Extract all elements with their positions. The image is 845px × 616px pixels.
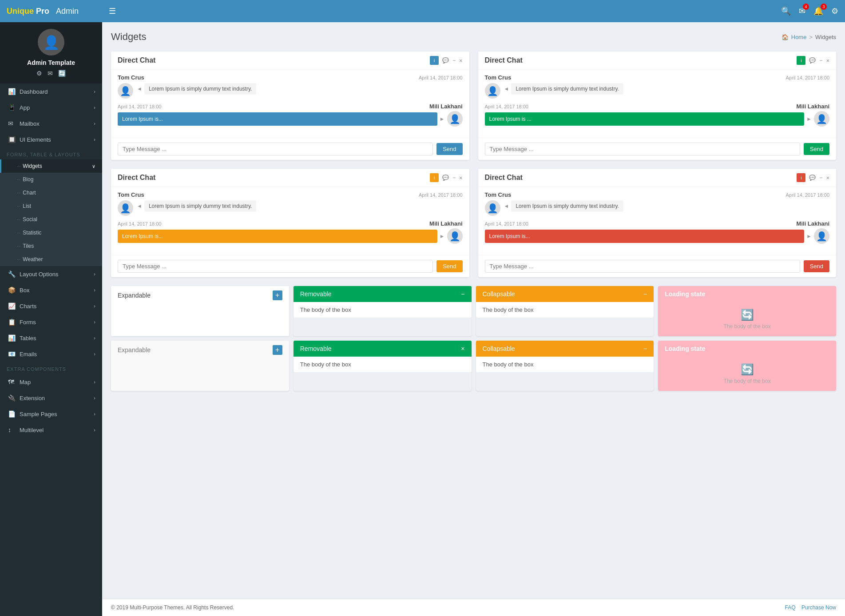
box-arrow: › [94,287,95,293]
footer-purchase-link[interactable]: Purchase Now [801,604,836,611]
chat-icon-green[interactable]: 💬 [809,57,816,64]
sidebar-item-tiles[interactable]: ··· Tiles [0,239,102,253]
chat-bubble-wrap-blue: ◄ Lorem Ipsum is simply dummy text indus… [137,83,256,95]
sidebar-item-blog[interactable]: ··· Blog [0,173,102,186]
chat-title-green: Direct Chat [485,56,523,64]
minimize-btn-green[interactable]: − [819,57,822,64]
sidebar-item-dashboard[interactable]: 📊 Dashboard › [0,83,102,99]
dots-icon: ··· [17,217,20,222]
chat-input-blue[interactable] [118,143,433,155]
chat-icon-yellow[interactable]: 💬 [442,175,449,181]
close-btn-yellow[interactable]: × [459,175,463,181]
removable-header-1: Removable − [294,286,472,302]
sidebar-label-blog: Blog [23,176,95,183]
dots-icon: ··· [17,191,20,195]
sidebar-item-app[interactable]: 📱 App › [0,99,102,115]
chat-outgoing-row-blue: April 14, 2017 18:00 Mili Lakhani [118,103,463,110]
collapsable-label-2: Collapsable [483,345,515,352]
remove-btn-2[interactable]: × [461,345,464,352]
minimize-btn-blue[interactable]: − [452,57,456,64]
sidebar-label-tiles: Tiles [23,243,95,249]
sidebar-item-forms[interactable]: 📋 Forms › [0,314,102,330]
collapse-btn-1[interactable]: − [643,290,647,298]
send-btn-blue[interactable]: Send [436,143,462,155]
multilevel-icon: ↕ [8,426,15,433]
removable-body-1: The body of the box [294,302,472,318]
sidebar-item-box[interactable]: 📦 Box › [0,282,102,298]
footer-copyright: © 2019 Multi-Purpose Themes. All Rights … [111,604,234,611]
chat-input-row-blue: Send [111,138,469,160]
expand-button-2[interactable]: + [273,345,282,355]
send-btn-red[interactable]: Send [804,260,829,272]
expandable-header-2: Expandable + [111,341,289,359]
sidebar-item-weather[interactable]: ··· Weather [0,253,102,266]
chat-controls-yellow: i 💬 − × [430,173,463,182]
sidebar-item-widgets[interactable]: ··· Widgets ∨ [0,159,102,173]
chat-bubble-out-yellow: Lorem Ipsum is... [118,230,437,243]
bell-icon[interactable]: 🔔3 [813,6,823,16]
chat-input-red[interactable] [485,260,800,273]
chat-icon-blue[interactable]: 💬 [442,57,449,64]
search-icon[interactable]: 🔍 [781,6,791,16]
loading-box-2: Loading state 🔄 The body of the box [658,341,836,391]
minimize-btn-yellow[interactable]: − [452,175,456,181]
chat-arrow-green: ◄ [504,86,509,92]
close-btn-green[interactable]: × [826,57,829,64]
sidebar-item-map[interactable]: 🗺 Map › [0,374,102,390]
chat-user-red: Tom Crus [485,191,512,198]
multilevel-arrow: › [94,427,95,433]
minimize-btn-red[interactable]: − [819,175,822,181]
page-header: Widgets 🏠 Home > Widgets [111,31,836,43]
sidebar-item-sample-pages[interactable]: 📄 Sample Pages › [0,406,102,422]
chat-arrow-yellow: ◄ [137,203,142,209]
sidebar-item-chart[interactable]: ··· Chart [0,186,102,199]
sidebar-item-tables[interactable]: 📊 Tables › [0,330,102,346]
chat-input-green[interactable] [485,143,800,155]
sidebar-item-layout-options[interactable]: 🔧 Layout Options › [0,266,102,282]
send-btn-green[interactable]: Send [804,143,829,155]
bell-badge: 3 [821,4,827,10]
sidebar-label-app: App [20,104,94,111]
gear-icon[interactable]: ⚙ [831,6,838,16]
sidebar-item-social[interactable]: ··· Social [0,213,102,226]
user-mail-icon[interactable]: ✉ [48,70,53,77]
close-btn-red[interactable]: × [826,175,829,181]
loading-body-1: 🔄 The body of the box [658,302,836,336]
boxes-row-2: Expandable + Removable × The body of the… [111,341,836,391]
user-refresh-icon[interactable]: 🔄 [58,70,66,77]
breadcrumb-home[interactable]: Home [791,34,807,40]
user-settings-icon[interactable]: ⚙ [36,70,42,77]
mail-icon[interactable]: ✉4 [799,6,805,16]
sidebar-item-mailbox[interactable]: ✉ Mailbox › [0,115,102,131]
sidebar-item-statistic[interactable]: ··· Statistic [0,226,102,239]
sidebar-item-emails[interactable]: 📧 Emails › [0,346,102,362]
sidebar-item-ui-elements[interactable]: 🔲 UI Elements › [0,131,102,147]
sidebar-item-charts[interactable]: 📈 Charts › [0,298,102,314]
mailbox-arrow: › [94,121,95,126]
hamburger-button[interactable]: ☰ [109,6,116,16]
sidebar-item-multilevel[interactable]: ↕ Multilevel › [0,422,102,438]
sidebar: 👤 Admin Template ⚙ ✉ 🔄 📊 Dashboard › 📱 A… [0,0,102,616]
expandable-label-1: Expandable [118,292,151,299]
charts-icon: 📈 [8,302,15,310]
sidebar-item-list[interactable]: ··· List [0,199,102,213]
send-btn-yellow[interactable]: Send [436,260,462,272]
chat-input-yellow[interactable] [118,260,433,273]
chat-badge-yellow: i [430,173,439,182]
footer-faq-link[interactable]: FAQ [785,604,796,611]
collapse-btn-2[interactable]: − [643,345,647,352]
chat-box-red: Direct Chat i 💬 − × Tom Crus April 14, 2… [478,169,837,277]
remove-btn-1[interactable]: − [461,290,464,298]
collapsable-body-2: The body of the box [476,357,654,372]
removable-text-1: The body of the box [300,306,351,313]
expand-button-1[interactable]: + [273,290,282,300]
chat-controls-red: i 💬 − × [797,173,829,182]
collapsable-text-2: The body of the box [483,361,534,368]
chat-badge-green: i [797,56,805,65]
close-btn-blue[interactable]: × [459,57,463,64]
brand-unique: Unique [7,7,34,16]
chat-icon-red[interactable]: 💬 [809,175,816,181]
dots-icon: ··· [17,231,20,235]
sidebar-item-extension[interactable]: 🔌 Extension › [0,390,102,406]
chat-incoming-red: 👤 ◄ Lorem Ipsum is simply dummy text ind… [485,200,830,216]
